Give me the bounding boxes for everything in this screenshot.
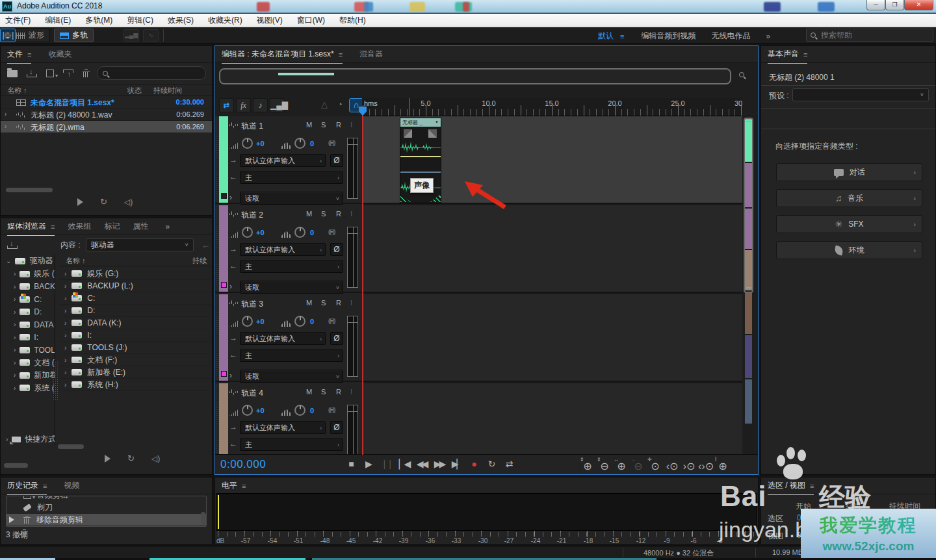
pan-knob[interactable]	[294, 316, 306, 327]
drive-row[interactable]: › BACKUP (L:)	[60, 280, 211, 292]
panel-menu-icon[interactable]: ≡	[242, 482, 246, 490]
preview-loop-icon[interactable]: ↻	[127, 453, 135, 463]
back-icon[interactable]: ←	[202, 240, 211, 250]
pan-value[interactable]: 0	[310, 407, 314, 414]
meters-icon[interactable]: ▁▄▇	[270, 98, 285, 112]
track-lane[interactable]	[362, 294, 742, 382]
tab-selection-view[interactable]: 选区 / 视图≡	[768, 480, 814, 491]
tab-favorites[interactable]: 收藏夹	[48, 49, 72, 60]
timeline-ruler[interactable]: hms 5.010.015.020.025.030	[362, 98, 742, 116]
multitrack-view-button[interactable]: 多轨	[54, 29, 94, 42]
volume-knob[interactable]	[242, 316, 253, 327]
tree-drive-item[interactable]: › 娱乐 (G:)	[1, 268, 55, 280]
track-name[interactable]: 轨道 2	[241, 210, 263, 221]
arm-record-button[interactable]: R	[336, 210, 341, 218]
tree-drive-item[interactable]: › C:	[1, 293, 55, 305]
new-file-icon[interactable]	[46, 70, 54, 77]
files-search-input[interactable]	[110, 69, 188, 78]
preview-autoplay-icon[interactable]: ◁)	[124, 197, 133, 207]
track-header[interactable]: 轨道 1 M S R I +0 0 ((•)) →	[215, 116, 362, 204]
fade-in-handle[interactable]	[404, 129, 412, 138]
insert-into-multitrack-icon[interactable]	[63, 70, 73, 77]
zoom-button[interactable]: Ⅰ⊕	[714, 460, 731, 472]
close-button[interactable]: ✕	[904, 0, 933, 10]
track-name[interactable]: 轨道 1	[241, 121, 263, 132]
track-lane[interactable]	[362, 383, 742, 455]
arm-record-button[interactable]: R	[336, 299, 341, 307]
track-color-swatch[interactable]	[221, 193, 227, 199]
transport-button[interactable]: ⇄	[500, 459, 518, 469]
volume-value[interactable]: +0	[256, 140, 265, 147]
tab-mixer[interactable]: 混音器	[359, 49, 383, 60]
track-header[interactable]: 轨道 3 M S R I +0 0 ((•)) →	[215, 294, 362, 382]
workspace-tab-edit-audio-video[interactable]: 编辑音频到视频	[641, 31, 696, 42]
pan-value[interactable]: 0	[310, 140, 314, 147]
routing-icon[interactable]: ♪	[253, 98, 268, 112]
zoom-button[interactable]: ✛⊙	[647, 460, 664, 472]
track-header[interactable]: 轨道 4 M S R I +0 0 ((•)) →	[215, 383, 362, 455]
panel-menu-icon[interactable]: ≡	[51, 223, 55, 231]
files-column-headers[interactable]: 名称 ↑ 状态 持续时间	[1, 84, 212, 95]
tab-media-browser[interactable]: 媒体浏览器≡	[7, 221, 55, 232]
menu-item[interactable]: 编辑(E)	[45, 15, 71, 26]
transport-button[interactable]: ■	[343, 459, 360, 469]
monitor-icon[interactable]: ((•))	[328, 140, 335, 146]
playhead-line[interactable]	[362, 108, 363, 455]
transport-button[interactable]: ▏◀	[395, 459, 413, 469]
tree-drive-item[interactable]: › 系统 (H:)	[1, 382, 55, 394]
mute-button[interactable]: M	[306, 299, 312, 307]
tab-files[interactable]: 文件≡	[7, 49, 31, 60]
tree-drive-item[interactable]: › BACKUP (L:)	[1, 281, 55, 293]
drive-row[interactable]: › 新加卷 (E:)	[60, 366, 211, 379]
import-file-icon[interactable]	[27, 70, 37, 77]
phase-invert-button[interactable]: Ø	[330, 421, 343, 434]
workspace-menu-icon[interactable]: ≡	[620, 32, 624, 40]
tree-splitter[interactable]	[53, 361, 58, 400]
effects-fx-icon[interactable]: fx	[236, 98, 251, 112]
input-selector[interactable]: 默认立体声输入›	[240, 332, 326, 345]
output-selector[interactable]: 主›	[240, 260, 343, 273]
spectral-pitch-button[interactable]: ∿	[143, 29, 159, 42]
transport-button[interactable]: ▶▶	[430, 459, 448, 469]
monitor-input-button[interactable]: I	[350, 121, 352, 129]
automation-mode-selector[interactable]: 读取˅	[240, 370, 343, 383]
track-color-swatch[interactable]	[221, 371, 227, 377]
solo-button[interactable]: S	[321, 388, 326, 396]
expand-icon[interactable]: ›	[5, 123, 6, 130]
zoom-button[interactable]: ‹›⊙	[697, 460, 714, 472]
output-selector[interactable]: 主›	[240, 438, 343, 451]
menu-item[interactable]: 窗口(W)	[297, 15, 325, 26]
tool-button[interactable]: ▰	[0, 29, 16, 42]
drive-row[interactable]: › D:	[60, 305, 211, 317]
volume-value[interactable]: +0	[256, 318, 265, 325]
output-selector[interactable]: 主›	[240, 171, 343, 184]
panel-menu-icon[interactable]: ≡	[339, 51, 343, 58]
history-item[interactable]: 音频剪辑	[6, 496, 206, 501]
tab-video[interactable]: 视频	[64, 480, 79, 491]
track-lane[interactable]	[362, 205, 742, 293]
tree-drive-item[interactable]: › TOOLS (J:)	[1, 344, 55, 356]
audio-type-button[interactable]: ♫ 音乐 ›	[776, 189, 922, 207]
input-selector[interactable]: 默认立体声输入›	[240, 243, 326, 256]
drive-row[interactable]: › 娱乐 (G:)	[60, 268, 211, 280]
preset-dropdown[interactable]: ˅	[792, 88, 929, 101]
spectral-frequency-button[interactable]: ▂▄▆	[124, 29, 139, 42]
pan-value[interactable]: 0	[310, 318, 314, 325]
menu-item[interactable]: 收藏夹(R)	[208, 15, 242, 26]
audio-type-button[interactable]: ✳ SFX ›	[776, 215, 922, 233]
overview-scroll-thumb[interactable]	[744, 118, 753, 293]
media-column-headers[interactable]: 名称 ↑ 持续	[60, 255, 211, 266]
zoom-button[interactable]: ↔⊖	[630, 460, 647, 472]
delete-file-icon[interactable]	[83, 70, 90, 77]
import-media-icon[interactable]	[7, 241, 18, 249]
open-file-icon[interactable]	[7, 70, 18, 77]
menu-item[interactable]: 帮助(H)	[339, 15, 366, 26]
zoom-button[interactable]: ‹⊙	[664, 460, 681, 472]
output-selector[interactable]: 主›	[240, 349, 343, 362]
tree-drive-item[interactable]: › DATA (K:)	[1, 318, 55, 331]
track-color-swatch[interactable]	[221, 282, 227, 288]
panel-menu-icon[interactable]: ≡	[810, 482, 814, 490]
zoom-button[interactable]: ⇕⊖	[596, 460, 613, 472]
phase-invert-button[interactable]: Ø	[330, 243, 343, 256]
zoom-button[interactable]: ›⊙	[681, 460, 697, 472]
